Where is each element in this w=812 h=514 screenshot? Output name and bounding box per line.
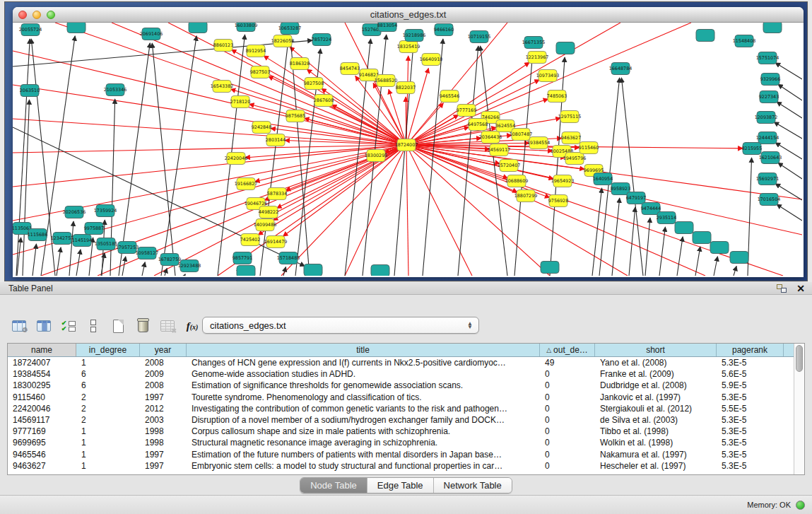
graph-node[interactable]: 13505185 — [95, 238, 118, 250]
graph-node[interactable]: 1640954 — [593, 173, 613, 185]
citation-edge-red[interactable] — [406, 145, 408, 276]
graph-node[interactable]: 5878334 — [267, 188, 287, 200]
graph-node[interactable]: 15692971 — [756, 173, 779, 185]
graph-node[interactable]: 9227343 — [759, 91, 779, 103]
rows-icon[interactable] — [84, 317, 102, 335]
graph-node[interactable]: 8822037 — [396, 82, 416, 94]
graph-node[interactable] — [693, 232, 711, 244]
citation-edge-black[interactable] — [714, 257, 717, 276]
graph-node[interactable]: 9857791 — [233, 252, 252, 264]
table-cell[interactable]: 1 — [76, 450, 140, 460]
tab-network-table[interactable]: Network Table — [434, 478, 512, 493]
table-cell[interactable]: 5.3E-5 — [717, 392, 784, 402]
table-scrollbar[interactable] — [794, 344, 804, 474]
citation-edge-black[interactable] — [677, 237, 683, 276]
table-cell[interactable]: Tibbo et al. (1998) — [595, 426, 717, 436]
table-cell[interactable]: 5.3E-5 — [717, 358, 784, 368]
table-cell[interactable]: Estimation of the future numbers of pati… — [187, 450, 540, 460]
float-panel-icon[interactable] — [777, 284, 787, 293]
table-cell[interactable]: 2 — [76, 392, 140, 402]
table-row[interactable]: 1830029562008Estimation of significance … — [8, 380, 794, 391]
graph-node[interactable]: 10719155 — [468, 31, 491, 43]
column-header-out_de[interactable]: △out_de… — [540, 344, 595, 356]
citation-edge-black[interactable] — [69, 221, 73, 276]
citation-edge-black[interactable] — [734, 266, 736, 276]
select-columns-icon[interactable] — [35, 317, 53, 335]
tab-edge-table[interactable]: Edge Table — [367, 478, 434, 493]
graph-node[interactable]: 12342757 — [51, 233, 74, 245]
memory-status-indicator[interactable] — [796, 501, 805, 510]
graph-node[interactable]: 19218986 — [403, 30, 426, 42]
graph-node[interactable]: 9465546 — [440, 90, 459, 103]
graph-node[interactable] — [730, 252, 748, 264]
graph-node[interactable]: 8813054 — [377, 23, 397, 32]
table-cell[interactable]: 5.5E-5 — [717, 404, 784, 414]
graph-node[interactable]: 15688520 — [375, 75, 398, 87]
citation-edge-black[interactable] — [629, 207, 635, 276]
table-cell[interactable]: 5.3E-5 — [717, 461, 784, 471]
graph-node[interactable]: 18807299 — [514, 190, 538, 202]
table-cell[interactable]: 1997 — [140, 450, 187, 460]
graph-node[interactable]: 10958127 — [136, 247, 159, 259]
graph-node[interactable]: 12213967 — [526, 52, 549, 64]
graph-node[interactable]: 7857224 — [312, 34, 331, 46]
citation-edge-black[interactable] — [142, 262, 145, 276]
table-cell[interactable]: Franke et al. (2009) — [595, 369, 717, 379]
graph-node[interactable] — [67, 23, 86, 33]
column-header-short[interactable]: short — [595, 344, 717, 356]
citation-edge-red[interactable] — [406, 56, 408, 145]
graph-node[interactable]: 6497568 — [468, 119, 488, 131]
graph-node[interactable]: 14569117 — [488, 144, 511, 156]
table-cell[interactable]: 5.6E-5 — [717, 369, 784, 379]
table-cell[interactable]: 0 — [540, 404, 595, 414]
citation-edge-black[interactable] — [152, 43, 175, 276]
graph-node[interactable]: 20691406 — [140, 28, 163, 40]
graph-node[interactable]: 22420046 — [225, 153, 248, 165]
graph-node[interactable] — [556, 42, 575, 54]
column-header-name[interactable]: name — [8, 344, 76, 356]
table-row[interactable]: 1872400712008Changes of HCN gene express… — [8, 357, 794, 368]
table-cell[interactable]: Wolkin et al. (1998) — [595, 438, 717, 448]
table-row[interactable]: 911546021997Tourette syndrome. Phenomeno… — [8, 392, 794, 403]
graph-node[interactable]: 8912954 — [246, 45, 266, 57]
graph-node[interactable]: 8860123 — [213, 40, 233, 52]
table-cell[interactable]: 6 — [76, 369, 140, 379]
graph-node[interactable]: 16543382 — [211, 81, 234, 93]
table-row[interactable]: 1456911722003Disruption of a novel membe… — [8, 414, 794, 426]
table-cell[interactable]: 0 — [540, 461, 595, 471]
graph-node[interactable]: 9463627 — [561, 132, 581, 144]
graph-node[interactable]: 19495796 — [563, 153, 587, 165]
graph-node[interactable]: 10807487 — [510, 129, 533, 141]
graph-node[interactable]: 2803144 — [266, 134, 286, 146]
citation-edge-red[interactable] — [13, 119, 406, 145]
delete-rows-icon[interactable] — [134, 317, 152, 335]
graph-node[interactable]: 8186328 — [290, 58, 310, 70]
citation-edge-black[interactable] — [778, 84, 802, 100]
graph-node[interactable]: 9466160 — [434, 24, 454, 36]
table-cell[interactable]: 1998 — [140, 426, 187, 436]
table-cell[interactable]: Hescheler et al. (1997) — [595, 461, 717, 471]
graph-node[interactable]: 9827508 — [304, 78, 324, 90]
graph-node[interactable]: 9115460 — [579, 142, 599, 154]
graph-node[interactable]: 18300295 — [365, 150, 388, 162]
table-cell[interactable]: 9777169 — [8, 426, 76, 436]
column-header-pagerank[interactable]: pagerank — [717, 344, 784, 356]
table-cell[interactable]: 14569117 — [8, 415, 76, 425]
table-cell[interactable]: 0 — [540, 426, 595, 436]
table-cell[interactable]: 2012 — [140, 404, 187, 414]
table-row[interactable]: 946362711997Embryonic stem cells: a mode… — [8, 460, 794, 472]
table-cell[interactable]: 5.3E-5 — [717, 426, 784, 436]
table-selector-dropdown[interactable]: citations_edges.txt ▲▼ — [202, 317, 479, 334]
graph-node[interactable]: 11548408 — [733, 35, 756, 47]
graph-node[interactable]: 16210643 — [759, 152, 782, 164]
citation-edge-black[interactable] — [184, 274, 185, 276]
citation-edge-red[interactable] — [406, 23, 691, 145]
tab-node-table[interactable]: Node Table — [300, 478, 367, 493]
graph-node[interactable]: 16914479 — [264, 236, 288, 248]
graph-node[interactable]: 19384554 — [527, 137, 551, 149]
table-cell[interactable]: 0 — [540, 450, 595, 460]
citation-edge-black[interactable] — [645, 218, 650, 276]
citation-edge-black[interactable] — [161, 36, 196, 276]
graph-node[interactable]: 10653287 — [278, 23, 302, 35]
graph-node[interactable]: 20206536 — [63, 206, 86, 218]
